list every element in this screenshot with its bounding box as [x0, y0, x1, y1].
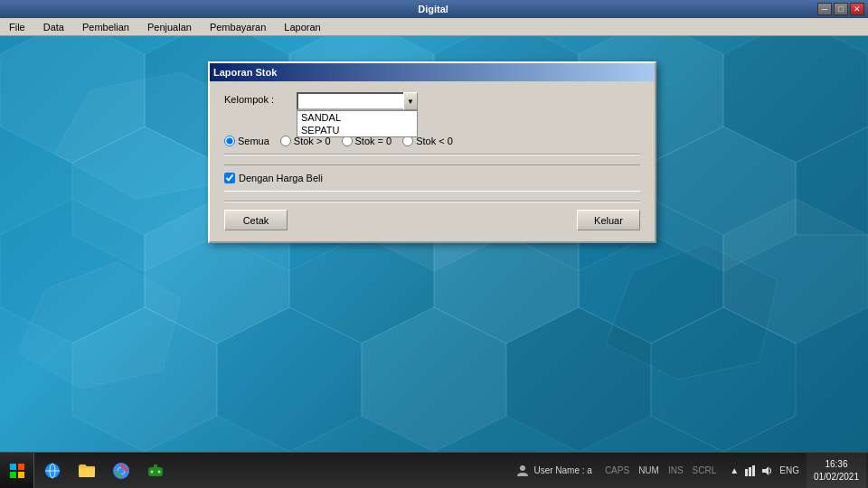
dengan-harga-beli-row: Dengan Harga Beli: [224, 164, 640, 192]
clock-time: 16:36: [825, 458, 847, 471]
tray-network-icon[interactable]: [743, 464, 758, 478]
svg-point-35: [118, 467, 125, 474]
kelompok-option-sepatu[interactable]: SEPATU: [297, 124, 417, 136]
dengan-harga-beli-checkbox[interactable]: [224, 173, 235, 183]
kelompok-dropdown-list: SANDAL SEPATU: [297, 110, 418, 137]
menu-data[interactable]: Data: [38, 21, 70, 33]
kelompok-control-area: ▼ SANDAL SEPATU: [297, 92, 640, 110]
menu-file[interactable]: File: [4, 21, 31, 33]
keluar-button[interactable]: Keluar: [577, 210, 640, 230]
dialog-title: Laporan Stok: [213, 67, 277, 78]
svg-rect-26: [10, 464, 16, 470]
caps-status: CAPS: [601, 465, 633, 475]
dialog-buttons: Cetak Keluar: [224, 210, 640, 230]
chrome-icon: [112, 462, 130, 480]
menubar: File Data Pembelian Penjualan Pembayaran…: [0, 18, 868, 36]
lang-indicator: ENG: [776, 465, 803, 475]
taskbar-right: User Name : a CAPS NUM INS SCRL ▲: [510, 453, 868, 488]
svg-rect-28: [10, 472, 16, 478]
speaker-icon: [760, 465, 773, 477]
start-button[interactable]: [0, 453, 34, 488]
taskbar-app-chrome[interactable]: [105, 455, 137, 486]
tray-speaker-icon[interactable]: [760, 464, 774, 478]
svg-point-39: [158, 470, 161, 473]
menu-laporan[interactable]: Laporan: [278, 21, 326, 33]
radio-stok-lt-label: Stok < 0: [416, 136, 453, 146]
titlebar-controls: ─ □ ✕: [817, 3, 864, 15]
laporan-stok-dialog: Laporan Stok Kelompok : ▼ SANDAL SEPATU: [208, 61, 656, 243]
menu-pembayaran[interactable]: Pembayaran: [204, 21, 271, 33]
dengan-harga-beli-label: Dengan Harga Beli: [239, 173, 323, 183]
network-icon: [744, 465, 757, 477]
taskbar-app-ie[interactable]: [36, 455, 69, 486]
game-icon: [146, 462, 165, 480]
svg-rect-41: [745, 469, 748, 476]
app-titlebar: Digital ─ □ ✕: [0, 0, 868, 18]
taskbar-apps: [34, 453, 174, 488]
folder-icon: [78, 463, 96, 479]
num-status: NUM: [635, 465, 663, 475]
close-button[interactable]: ✕: [850, 3, 864, 15]
kelompok-row: Kelompok : ▼ SANDAL SEPATU: [224, 92, 640, 110]
svg-point-38: [151, 470, 154, 473]
taskbar-app-game[interactable]: [139, 455, 172, 486]
kelompok-option-sandal[interactable]: SANDAL: [297, 111, 417, 124]
app-title: Digital: [49, 4, 817, 14]
kelompok-dropdown-arrow[interactable]: ▼: [403, 92, 418, 110]
scrl-status: SCRL: [689, 465, 721, 475]
user-icon: [515, 464, 530, 478]
dialog-content: Kelompok : ▼ SANDAL SEPATU: [210, 81, 655, 241]
user-info: User Name : a: [510, 464, 597, 478]
svg-rect-37: [154, 465, 157, 468]
ins-status: INS: [665, 465, 687, 475]
radio-semua[interactable]: Semua: [224, 136, 269, 146]
divider-1: [224, 154, 640, 155]
kelompok-label: Kelompok :: [224, 92, 297, 105]
restore-button[interactable]: □: [834, 3, 848, 15]
taskbar-clock[interactable]: 16:36 01/02/2021: [807, 453, 866, 488]
radio-semua-label: Semua: [238, 136, 269, 146]
kelompok-selected-value: [300, 96, 303, 107]
system-tray: ▲ ENG: [723, 453, 807, 488]
dialog-titlebar: Laporan Stok: [210, 63, 655, 81]
svg-marker-44: [762, 466, 769, 475]
kelompok-dropdown-container: ▼ SANDAL SEPATU: [297, 92, 418, 110]
svg-rect-27: [18, 464, 24, 470]
ie-icon: [43, 462, 61, 480]
windows-logo-icon: [8, 462, 26, 480]
divider-2: [224, 201, 640, 202]
svg-point-40: [520, 465, 525, 471]
svg-rect-29: [18, 472, 24, 478]
menu-penjualan[interactable]: Penjualan: [142, 21, 197, 33]
tray-up-arrow[interactable]: ▲: [727, 464, 741, 478]
user-name-label: User Name : a: [533, 465, 591, 475]
svg-rect-43: [752, 465, 755, 476]
menu-pembelian[interactable]: Pembelian: [77, 21, 135, 33]
clock-date: 01/02/2021: [814, 471, 859, 483]
status-indicators: CAPS NUM INS SCRL: [598, 465, 723, 475]
stok-filter-radio-group: Semua Stok > 0 Stok = 0 Stok < 0: [224, 136, 640, 146]
cetak-button[interactable]: Cetak: [224, 210, 288, 230]
svg-rect-42: [749, 467, 751, 476]
kelompok-input[interactable]: [297, 92, 418, 110]
taskbar-app-folder[interactable]: [71, 455, 103, 486]
svg-rect-36: [148, 467, 163, 476]
minimize-button[interactable]: ─: [817, 3, 832, 15]
taskbar: User Name : a CAPS NUM INS SCRL ▲: [0, 452, 868, 488]
